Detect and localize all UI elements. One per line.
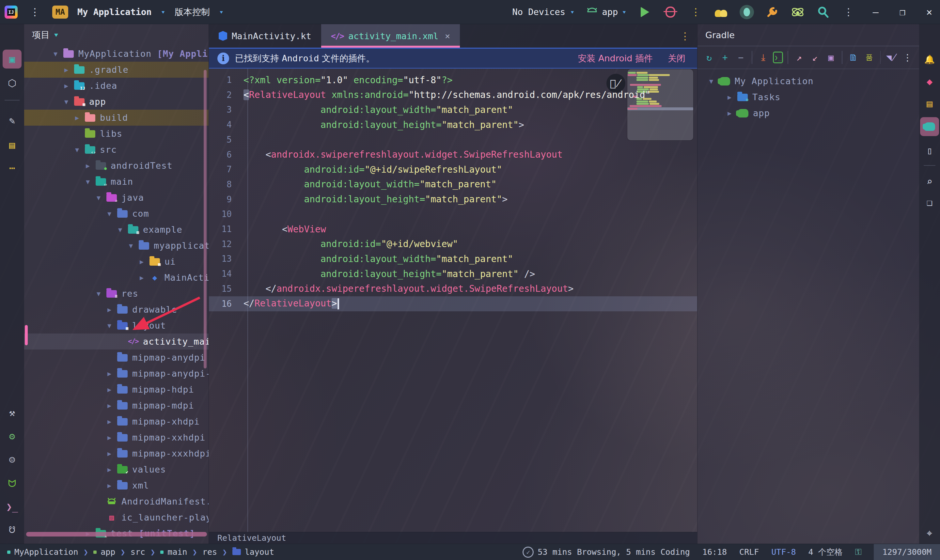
gradle-item-tasks[interactable]: ▶⚙Tasks (697, 89, 919, 105)
tool-stripe-todo-icon[interactable]: ☺ (3, 450, 22, 469)
code-with-me-icon[interactable] (714, 5, 729, 19)
avatar[interactable] (740, 5, 754, 19)
status-crumb-myapplication[interactable]: MyApplication (7, 547, 78, 557)
indent-widget[interactable]: 4 个空格 (808, 547, 843, 557)
tree-item--gradle[interactable]: ▶.gradle (24, 62, 209, 78)
tree-item-mipmap-mdpi[interactable]: ▶mipmap-mdpi (24, 397, 209, 414)
time-tracker-widget[interactable]: ✓ 53 mins Browsing, 5 mins Coding (523, 547, 690, 558)
tree-chevron-icon[interactable]: ▼ (105, 210, 113, 218)
tree-item-mipmap-hdpi[interactable]: ▶mipmap-hdpi (24, 382, 209, 397)
tool-stripe-layout-inspector-icon[interactable]: ⌖ (920, 524, 939, 543)
profiler-wrench-icon[interactable] (765, 5, 779, 19)
tool-stripe-notifications-icon[interactable]: 🔔 (920, 50, 939, 69)
tree-chevron-icon[interactable]: ▶ (138, 274, 146, 282)
tree-item-androidmanifest-xml[interactable]: AndroidManifest.xml (24, 494, 209, 509)
tree-chevron-icon[interactable]: ▼ (84, 178, 92, 186)
run-configuration-selector[interactable]: app▾ (586, 7, 627, 17)
write-access-lock-icon[interactable]: ⚿ (855, 547, 862, 557)
debug-button[interactable] (663, 5, 678, 19)
tree-chevron-icon[interactable]: ▶ (726, 109, 733, 117)
code-line-3[interactable]: 3 android:layout_width="match_parent" (209, 102, 697, 117)
tree-item-app[interactable]: ▼▦app (24, 94, 209, 110)
code-line-9[interactable]: 9 android:layout_height="match_parent"> (209, 192, 697, 207)
run-button[interactable] (638, 5, 652, 19)
tree-item-mipmap-xxxhdpi[interactable]: ▶mipmap-xxxhdpi (24, 445, 209, 462)
collapse-all-icon[interactable]: ↙ (809, 50, 822, 65)
sync-icon[interactable]: ↻ (703, 50, 715, 65)
tree-chevron-icon[interactable]: ▼ (127, 242, 135, 250)
tree-chevron-icon[interactable]: ▶ (62, 82, 70, 90)
tree-item-androidtest[interactable]: ▶●androidTest (24, 158, 209, 174)
source-sets-icon[interactable]: ▣ (825, 50, 837, 65)
tree-chevron-icon[interactable]: ▶ (105, 418, 113, 426)
add-icon[interactable]: + (719, 50, 731, 65)
gradle-settings-icon[interactable]: 🗎 (847, 50, 860, 65)
status-crumb-app[interactable]: app (93, 547, 115, 557)
tool-stripe-running-devices-icon[interactable]: ❏ (920, 192, 939, 211)
device-selector[interactable]: No Devices▾ (512, 7, 575, 17)
tree-chevron-icon[interactable]: ▶ (105, 466, 113, 474)
more-actions-icon[interactable]: ⋮ (842, 5, 856, 19)
tree-chevron-icon[interactable]: ▶ (105, 402, 113, 409)
code-line-1[interactable]: 1<?xml version="1.0" encoding="utf-8"?> (209, 72, 697, 88)
install-android-plugin-link[interactable]: 安装 Android 插件 (578, 52, 653, 64)
tool-stripe-services-icon[interactable]: ⚙ (3, 426, 22, 445)
gradle-item-my-application[interactable]: ▼My Application (697, 73, 919, 89)
tree-item-com[interactable]: ▼com (24, 206, 209, 222)
code-line-16[interactable]: 16</RelativeLayout> (209, 296, 697, 311)
code-line-11[interactable]: 11 <WebView (209, 222, 697, 237)
code-line-2[interactable]: 2<RelativeLayout xmlns:android="http://s… (209, 88, 697, 103)
tree-chevron-icon[interactable]: ▶ (105, 306, 113, 314)
gradle-item-app[interactable]: ▶app (697, 105, 919, 121)
tree-chevron-icon[interactable]: ▼ (95, 194, 103, 202)
tree-item-build[interactable]: ▶build (24, 110, 209, 126)
gradle-console-icon[interactable]: ❯_ (773, 52, 783, 63)
tree-item-xml[interactable]: ▶xml (24, 477, 209, 494)
file-activity-main-xml[interactable]: </>activity_main.xml (24, 334, 209, 349)
tool-stripe-assistant-icon[interactable]: ◆ (920, 72, 939, 91)
tab-mainactivity-kt[interactable]: MainActivity.kt (209, 24, 321, 48)
tool-stripe-build-icon[interactable]: ⚒ (3, 403, 22, 422)
project-switcher[interactable]: My Application (77, 7, 152, 17)
code-line-15[interactable]: 15 </androidx.swiperefreshlayout.widget.… (209, 281, 697, 296)
tree-item--idea[interactable]: ▶IJ.idea (24, 78, 209, 94)
tree-item-libs[interactable]: libs (24, 126, 209, 142)
remove-icon[interactable]: − (735, 50, 748, 65)
tool-stripe-commit-icon[interactable]: ✎ (3, 111, 22, 130)
status-crumb-layout[interactable]: layout (232, 547, 274, 557)
tool-stripe-project-icon[interactable]: ▣ (3, 49, 22, 69)
tree-chevron-icon[interactable]: ▶ (73, 114, 81, 122)
breadcrumb[interactable]: RelativeLayout (217, 533, 286, 543)
tab-options-icon[interactable]: ⋮ (680, 32, 690, 40)
project-view-header[interactable]: 项目 ▾ (24, 24, 209, 46)
tree-item-mainactivity[interactable]: ▶◆MainActivity (24, 269, 209, 286)
tree-chevron-icon[interactable]: ▶ (105, 450, 113, 457)
tree-item-java[interactable]: ▼☕java (24, 189, 209, 206)
tool-stripe-terminal-icon[interactable]: ❯_ (3, 497, 22, 516)
tree-chevron-icon[interactable]: ▶ (726, 93, 733, 101)
code-line-13[interactable]: 13 android:layout_width="match_parent" (209, 251, 697, 266)
vcs-widget[interactable]: 版本控制 (175, 6, 210, 18)
tree-item-mipmap-xxhdpi[interactable]: ▶mipmap-xxhdpi (24, 429, 209, 445)
tool-stripe-device-manager-icon[interactable]: ▯ (920, 141, 939, 160)
tool-stripe-more-tool-windows-icon[interactable]: ⋯ (3, 158, 22, 177)
tree-chevron-icon[interactable]: ▼ (95, 290, 103, 298)
tree-item-drawable[interactable]: ▶drawable (24, 302, 209, 317)
tree-chevron-icon[interactable]: ▶ (105, 386, 113, 394)
project-horizontal-scrollbar[interactable] (26, 532, 207, 537)
task-dependencies-icon[interactable]: 품 (863, 50, 876, 65)
tree-item-mipmap-xhdpi[interactable]: ▶mipmap-xhdpi (24, 414, 209, 429)
tree-chevron-icon[interactable]: ▶ (62, 66, 70, 74)
plugins-atom-icon[interactable] (791, 5, 805, 19)
tree-chevron-icon[interactable]: ▼ (62, 98, 70, 106)
tab-activity-main-xml[interactable]: </>activity_main.xml✕ (321, 24, 460, 48)
tree-item-mipmap-anydpi[interactable]: mipmap-anydpi (24, 349, 209, 366)
tree-chevron-icon[interactable]: ▶ (105, 434, 113, 442)
chevron-down-icon[interactable]: ▾ (161, 8, 165, 15)
code-editor[interactable]: 👁̸ 1<?xml version="1.0" encoding="utf-8"… (209, 69, 697, 532)
tree-chevron-icon[interactable]: ▼ (105, 322, 113, 329)
tree-item-layout[interactable]: ▼▦layout (24, 317, 209, 334)
tool-stripe-problems-icon[interactable]: ☋ (3, 520, 22, 539)
close-button[interactable]: ✕ (926, 6, 932, 18)
project-vertical-scrollbar[interactable] (204, 70, 207, 368)
